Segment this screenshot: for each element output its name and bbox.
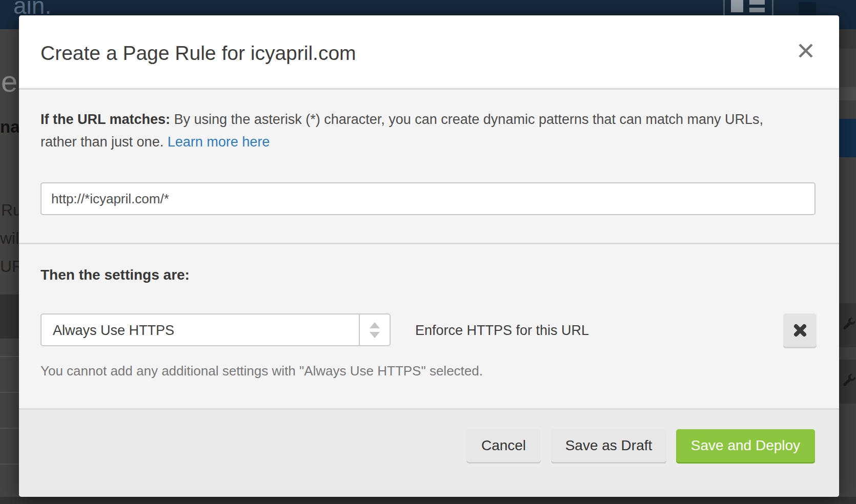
modal-title: Create a Page Rule for icyapril.com xyxy=(40,15,356,88)
background-divider xyxy=(0,356,19,357)
modal-footer: Cancel Save as Draft Save and Deploy xyxy=(19,408,839,497)
remove-setting-button[interactable] xyxy=(783,313,817,347)
modal-header: Create a Page Rule for icyapril.com xyxy=(19,15,839,88)
close-icon xyxy=(795,40,817,61)
screen: ain. e nav Ru will UR xyxy=(0,0,856,504)
url-pattern-input[interactable] xyxy=(40,182,816,215)
background-setting-tile xyxy=(839,303,856,347)
background-left-strip: e nav Ru will UR xyxy=(0,29,19,497)
select-spinner-icons xyxy=(359,314,390,345)
background-table-row-band xyxy=(0,295,19,339)
wrench-icon xyxy=(841,317,856,332)
close-button[interactable] xyxy=(793,38,819,64)
save-and-deploy-button[interactable]: Save and Deploy xyxy=(676,429,815,462)
background-text-fragment: e xyxy=(1,64,17,98)
remove-x-icon xyxy=(792,322,808,339)
learn-more-link[interactable]: Learn more here xyxy=(168,134,270,150)
background-divider xyxy=(0,392,19,393)
background-header-bar-edge xyxy=(839,0,856,29)
background-right-strip xyxy=(839,0,856,504)
setting-description: Enforce HTTPS for this URL xyxy=(415,313,589,346)
url-match-description: If the URL matches: By using the asteris… xyxy=(40,108,773,153)
setting-note: You cannot add any additional settings w… xyxy=(40,363,483,379)
save-as-draft-button[interactable]: Save as Draft xyxy=(551,429,666,462)
setting-select-value: Always Use HTTPS xyxy=(53,314,174,345)
setting-select[interactable]: Always Use HTTPS xyxy=(40,313,391,346)
setting-row: Always Use HTTPS Enforce HTTPS for this … xyxy=(40,313,818,347)
list-icon xyxy=(749,0,765,5)
chevron-up-icon xyxy=(370,322,380,328)
settings-heading: Then the settings are: xyxy=(40,267,190,283)
wrench-icon xyxy=(841,373,856,388)
chevron-down-icon xyxy=(370,332,380,338)
background-blue-button-edge xyxy=(839,119,856,157)
background-divider xyxy=(0,428,19,429)
url-match-label: If the URL matches: xyxy=(40,112,170,127)
background-setting-tile xyxy=(839,360,856,404)
background-band xyxy=(839,29,856,49)
url-match-section: If the URL matches: By using the asteris… xyxy=(19,88,839,243)
create-page-rule-modal: Create a Page Rule for icyapril.com If t… xyxy=(19,15,839,497)
cancel-button[interactable]: Cancel xyxy=(466,429,541,462)
grid-icon xyxy=(731,0,743,12)
background-divider xyxy=(0,464,19,465)
list-icon xyxy=(749,8,765,12)
background-band xyxy=(839,87,856,100)
background-bottom-strip xyxy=(0,497,856,504)
background-header-partial-icon xyxy=(799,2,816,15)
settings-section: Then the settings are: Always Use HTTPS … xyxy=(19,243,839,408)
